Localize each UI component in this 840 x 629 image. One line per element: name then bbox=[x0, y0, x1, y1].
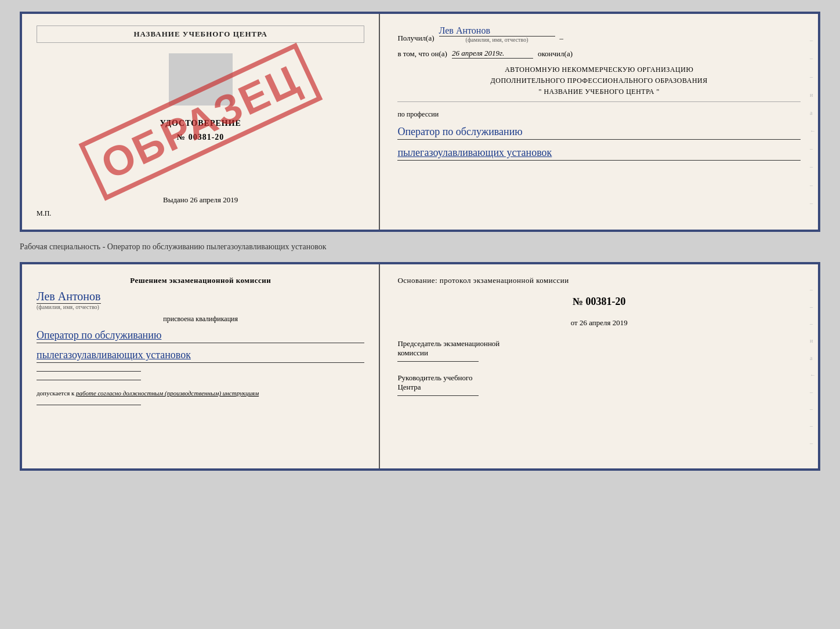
recipient-name: Лев Антонов bbox=[439, 26, 555, 37]
recipient-dash: – bbox=[560, 34, 564, 43]
date-value: 26 апреля 2019г. bbox=[452, 49, 533, 59]
kvali-value2: пылегазоулавливающих установок bbox=[37, 348, 364, 363]
fio-hint-top: (фамилия, имя, отчество) bbox=[466, 37, 528, 43]
dopusk-italic: работе согласно должностным (производств… bbox=[76, 390, 259, 397]
kvali-value1: Оператор по обслуживанию bbox=[37, 328, 364, 343]
rukovoditel-sig-line bbox=[397, 395, 479, 396]
right-dashes-decoration: –––иа←–––– bbox=[810, 26, 816, 218]
prisvoyena-label: присвоена квалификация bbox=[37, 315, 364, 323]
vydano-line: Выдано 26 апреля 2019 bbox=[37, 195, 364, 205]
cert-bottom-left-panel: Решением экзаменационной комиссии Лев Ан… bbox=[22, 264, 380, 468]
osnovaniye-block: Основание: протокол экзаменационной коми… bbox=[397, 276, 801, 285]
certificate-top: НАЗВАНИЕ УЧЕБНОГО ЦЕНТРА УДОСТОВЕРЕНИЕ №… bbox=[20, 12, 820, 232]
bottom-left-content: Решением экзаменационной комиссии Лев Ан… bbox=[37, 276, 364, 405]
recipient-line: Получил(а) Лев Антонов (фамилия, имя, от… bbox=[397, 26, 801, 43]
org-line2: ДОПОЛНИТЕЛЬНОГО ПРОФЕССИОНАЛЬНОГО ОБРАЗО… bbox=[397, 75, 801, 86]
cert-top-right-panel: Получил(а) Лев Антонов (фамилия, имя, от… bbox=[380, 14, 818, 230]
ot-label: от bbox=[571, 318, 578, 327]
right-dashes-decoration-bottom: –––иа←–––– bbox=[810, 276, 816, 457]
mp-label: М.П. bbox=[37, 209, 364, 218]
cert-bottom-right-panel: Основание: протокол экзаменационной коми… bbox=[380, 264, 818, 468]
date-line: в том, что он(а) 26 апреля 2019г. окончи… bbox=[397, 49, 801, 59]
cert-number: № 00381-20 bbox=[177, 133, 224, 142]
komissia-header: Решением экзаменационной комиссии bbox=[37, 276, 364, 285]
signature-line-1 bbox=[37, 371, 141, 372]
po-professii-label: по профессии bbox=[397, 110, 801, 119]
photo-placeholder bbox=[169, 53, 233, 106]
profession-value2: пылегазоулавливающих установок bbox=[397, 146, 801, 161]
udostoverenie-label: УДОСТОВЕРЕНИЕ bbox=[160, 119, 241, 128]
cert-top-left-content: НАЗВАНИЕ УЧЕБНОГО ЦЕНТРА УДОСТОВЕРЕНИЕ №… bbox=[37, 26, 364, 142]
predsedatel-block: Председатель экзаменационной комиссии bbox=[397, 339, 801, 362]
profession-value1: Оператор по обслуживанию bbox=[397, 125, 801, 140]
cert-top-left-panel: НАЗВАНИЕ УЧЕБНОГО ЦЕНТРА УДОСТОВЕРЕНИЕ №… bbox=[22, 14, 380, 230]
predsedatel-line1: Председатель экзаменационной bbox=[397, 339, 801, 348]
rukovoditel-block: Руководитель учебного Центра bbox=[397, 373, 801, 396]
signature-line-3 bbox=[37, 405, 141, 405]
bottom-name-script: Лев Антонов bbox=[37, 290, 101, 304]
ot-date: 26 апреля 2019 bbox=[580, 318, 628, 327]
ot-date-block: от 26 апреля 2019 bbox=[397, 318, 801, 328]
org-line3: " НАЗВАНИЕ УЧЕБНОГО ЦЕНТРА " bbox=[397, 86, 801, 97]
school-name-top: НАЗВАНИЕ УЧЕБНОГО ЦЕНТРА bbox=[37, 26, 364, 43]
signature-line-2 bbox=[37, 380, 141, 380]
vydano-label: Выдано bbox=[163, 195, 188, 204]
fio-hint-bottom: (фамилия, имя, отчество) bbox=[37, 304, 99, 310]
rukovoditel-line2: Центра bbox=[397, 383, 801, 392]
dopuskaetsya-label: допускается к bbox=[37, 390, 74, 397]
rukovoditel-line1: Руководитель учебного bbox=[397, 373, 801, 383]
okonchil-label: окончил(а) bbox=[538, 49, 573, 59]
bottom-number: № 00381-20 bbox=[397, 296, 801, 308]
org-block: АВТОНОМНУЮ НЕКОММЕРЧЕСКУЮ ОРГАНИЗАЦИЮ ДО… bbox=[397, 64, 801, 102]
org-line1: АВТОНОМНУЮ НЕКОММЕРЧЕСКУЮ ОРГАНИЗАЦИЮ bbox=[397, 64, 801, 75]
vydano-date: 26 апреля 2019 bbox=[190, 195, 238, 204]
page-wrapper: НАЗВАНИЕ УЧЕБНОГО ЦЕНТРА УДОСТОВЕРЕНИЕ №… bbox=[20, 12, 820, 471]
dopuskaetsya-line: допускается к работе согласно должностны… bbox=[37, 390, 364, 397]
certificate-bottom: Решением экзаменационной комиссии Лев Ан… bbox=[20, 262, 820, 471]
v-tom-label: в том, что он(а) bbox=[397, 49, 447, 59]
predsedatel-line2: комиссии bbox=[397, 348, 801, 358]
osnovanie-label: Основание: протокол экзаменационной коми… bbox=[397, 276, 569, 285]
poluchil-label: Получил(а) bbox=[397, 34, 434, 43]
between-label: Рабочая специальность - Оператор по обсл… bbox=[20, 239, 820, 255]
predsedatel-sig-line bbox=[397, 361, 479, 362]
